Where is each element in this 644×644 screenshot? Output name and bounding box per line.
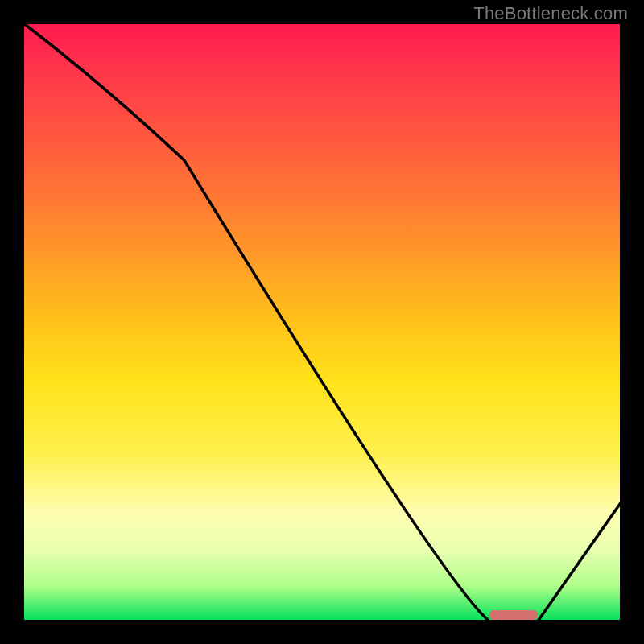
- plot-background-gradient: [23, 23, 621, 621]
- chart-frame: TheBottleneck.com: [0, 0, 644, 644]
- optimal-range-marker: [489, 610, 538, 620]
- watermark-text: TheBottleneck.com: [473, 3, 628, 24]
- bottleneck-chart: [0, 0, 644, 644]
